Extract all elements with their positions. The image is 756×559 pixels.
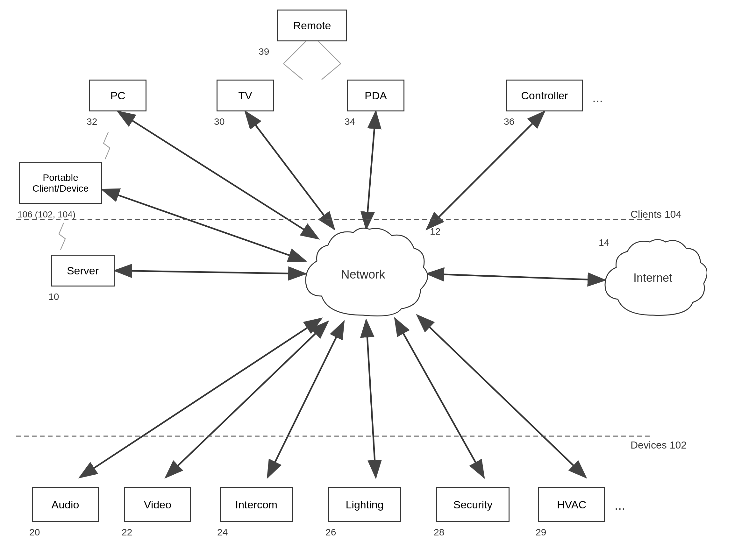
pda-ref: 34 — [344, 116, 355, 127]
svg-line-18 — [366, 320, 376, 477]
video-label: Video — [144, 498, 171, 511]
svg-line-8 — [118, 111, 318, 239]
portable-label: Portable Client/Device — [23, 172, 98, 194]
lighting-box: Lighting — [328, 487, 401, 522]
remote-box: Remote — [277, 9, 347, 41]
controller-dots: ... — [592, 91, 603, 105]
svg-line-17 — [267, 321, 344, 477]
controller-box: Controller — [506, 80, 583, 111]
tv-ref: 30 — [214, 116, 224, 127]
security-label: Security — [453, 498, 493, 511]
remote-ref: 39 — [259, 46, 269, 57]
diagram: Remote 39 PC 32 TV 30 PDA 34 Controller … — [0, 0, 756, 559]
intercom-label: Intercom — [235, 498, 277, 511]
video-ref: 22 — [121, 527, 132, 538]
audio-label: Audio — [51, 498, 79, 511]
svg-line-20 — [417, 315, 586, 477]
svg-line-15 — [80, 318, 321, 477]
hvac-ref: 29 — [536, 527, 546, 538]
svg-line-12 — [102, 189, 306, 261]
svg-line-4 — [284, 41, 306, 64]
svg-line-10 — [366, 111, 376, 229]
controller-ref: 36 — [504, 116, 514, 127]
server-box: Server — [51, 255, 115, 287]
pc-box: PC — [89, 80, 147, 111]
lighting-ref: 26 — [326, 527, 336, 538]
svg-line-14 — [427, 274, 605, 280]
pda-label: PDA — [364, 89, 387, 102]
tv-label: TV — [238, 89, 252, 102]
network-cloud: Network — [296, 223, 430, 321]
svg-line-9 — [245, 111, 334, 229]
portable-box: Portable Client/Device — [19, 162, 102, 204]
audio-ref: 20 — [29, 527, 40, 538]
controller-label: Controller — [521, 89, 568, 102]
svg-text:Internet: Internet — [633, 271, 672, 284]
svg-line-5 — [284, 64, 303, 80]
lighting-label: Lighting — [346, 498, 383, 511]
portable-ref: 106 (102, 104) — [18, 209, 75, 220]
devices-label: Devices 102 — [630, 439, 687, 451]
server-ref: 10 — [48, 291, 59, 302]
security-box: Security — [436, 487, 510, 522]
pda-box: PDA — [347, 80, 404, 111]
svg-line-6 — [318, 41, 341, 64]
pc-ref: 32 — [87, 116, 97, 127]
svg-text:Network: Network — [341, 268, 385, 281]
hvac-label: HVAC — [557, 498, 586, 511]
server-label: Server — [67, 265, 99, 277]
intercom-box: Intercom — [220, 487, 293, 522]
clients-label: Clients 104 — [630, 208, 682, 220]
remote-label: Remote — [293, 19, 331, 32]
tv-box: TV — [217, 80, 274, 111]
intercom-ref: 24 — [217, 527, 228, 538]
svg-line-13 — [115, 271, 306, 274]
network-ref: 12 — [430, 226, 440, 237]
svg-line-16 — [165, 321, 328, 477]
internet-ref: 14 — [599, 237, 609, 248]
svg-line-19 — [395, 318, 484, 477]
audio-box: Audio — [32, 487, 99, 522]
internet-cloud: Internet — [599, 236, 707, 321]
video-box: Video — [124, 487, 191, 522]
pc-label: PC — [110, 89, 125, 102]
hvac-box: HVAC — [538, 487, 605, 522]
svg-line-7 — [321, 64, 341, 80]
hvac-dots: ... — [615, 498, 625, 513]
svg-line-11 — [427, 111, 544, 229]
security-ref: 28 — [434, 527, 444, 538]
